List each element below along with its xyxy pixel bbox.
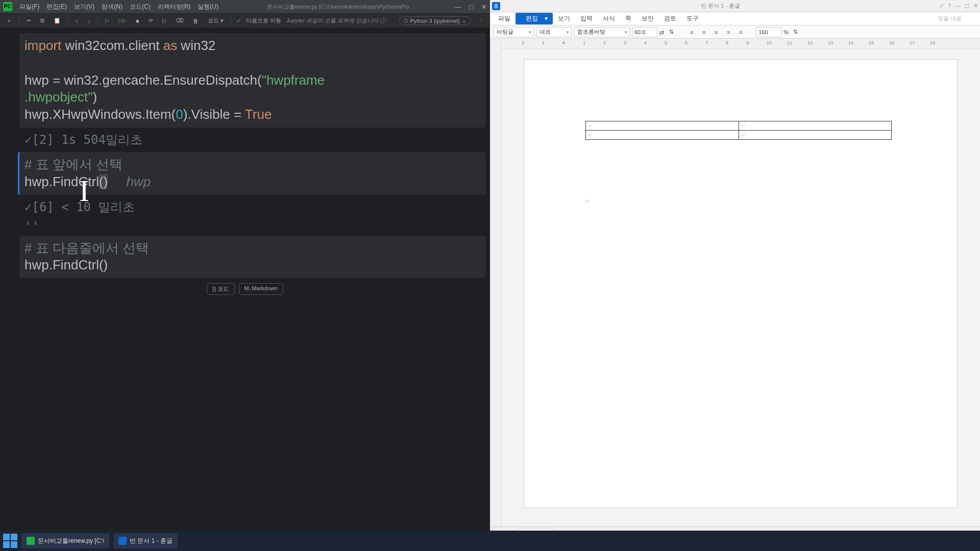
code-content[interactable]: # 표 앞에서 선택 hwp.FindCtrl() hwp	[24, 156, 481, 191]
hwp-menu-file[interactable]: 파일	[493, 13, 516, 24]
cell-type-dropdown[interactable]: 코드 ▾	[206, 16, 226, 26]
chevron-down-icon: ⌄	[462, 17, 467, 24]
add-cell-button[interactable]: ＋	[4, 16, 14, 26]
check-icon: ✓	[236, 17, 241, 24]
more-icon[interactable]: ⋮	[476, 16, 486, 25]
add-markdown-cell-button[interactable]: M↓Markdown	[239, 283, 283, 295]
menu-refactor[interactable]: 리팩터링(R)	[155, 2, 194, 12]
hwp-window-buttons: ⤢ ? — ◻ ✕	[939, 3, 978, 9]
maximize-icon[interactable]: ◻	[965, 3, 969, 9]
taskbar-label: 빈 문서 1 - 훈글	[130, 537, 173, 545]
document-page[interactable]: ↵↵ ↵↵ ↵	[524, 59, 958, 508]
taskbar-item-hwp[interactable]: 빈 문서 1 - 훈글	[113, 533, 178, 548]
hwp-menu-edit[interactable]: 편집 ▾	[516, 13, 553, 24]
align-left-icon[interactable]: ≡	[687, 27, 697, 37]
menu-view[interactable]: 보기(V)	[71, 2, 97, 12]
pycharm-taskbar-icon	[27, 537, 35, 545]
close-icon[interactable]: ✕	[973, 3, 978, 9]
hwp-menu-tools[interactable]: 도구	[681, 13, 704, 24]
hwp-menu-security[interactable]: 보안	[636, 13, 659, 24]
cell-output-2-value: ''	[24, 219, 486, 234]
vertical-ruler[interactable]	[490, 39, 501, 527]
zoom-input[interactable]: 160	[756, 27, 781, 37]
font-combo[interactable]: 함초롬바탕	[574, 27, 630, 37]
hwp-search-input[interactable]: 찾을 내용	[933, 13, 977, 24]
menu-file[interactable]: 파일(F)	[16, 2, 42, 12]
copy-icon[interactable]: ⧉	[38, 16, 46, 25]
code-content[interactable]: # 표 다음줄에서 선택 hwp.FindCtrl()	[24, 240, 481, 274]
style-combo[interactable]: 바탕글	[493, 27, 534, 37]
move-down-icon[interactable]: ↓	[86, 17, 93, 25]
pycharm-toolbar: ＋ ✂ ⧉ 📋 ↑ ↓ ▷ ▷▷ ■ ⟳ ▷̣ ⌫ 🗑 코드 ▾ ✓ 다음으로 …	[0, 14, 490, 28]
window-buttons: — ◻ ✕	[455, 3, 487, 11]
pycharm-window: PC 파일(F) 편집(E) 보기(V) 탐색(N) 코드(C) 리팩터링(R)…	[0, 0, 490, 551]
align-justify-icon[interactable]: ≡	[723, 27, 733, 37]
hwp-menu-review[interactable]: 검토	[659, 13, 681, 24]
minimize-icon[interactable]: —	[455, 3, 461, 11]
menu-run[interactable]: 실행(U)	[194, 2, 222, 12]
kernel-name: Python 3 (ipykernel)	[410, 18, 460, 24]
code-content[interactable]: import win32com.client as win32 hwp = wi…	[24, 37, 481, 123]
hwp-menu-format[interactable]: 서식	[598, 13, 620, 24]
pycharm-menubar: 파일(F) 편집(E) 보기(V) 탐색(N) 코드(C) 리팩터링(R) 실행…	[16, 2, 222, 12]
expand-icon[interactable]: ⤢	[939, 3, 944, 9]
restart-icon[interactable]: ⟳	[146, 16, 155, 25]
align-center-icon[interactable]: ≡	[699, 27, 709, 37]
menu-code[interactable]: 코드(C)	[127, 2, 154, 12]
help-icon[interactable]: ?	[948, 3, 951, 9]
code-cell-1[interactable]: import win32com.client as win32 hwp = wi…	[19, 33, 486, 128]
paste-icon[interactable]: 📋	[52, 16, 63, 25]
cell-output-2: ✓[6] < 10 밀리초	[19, 199, 486, 215]
para-combo[interactable]: 대표	[536, 27, 572, 37]
windows-taskbar: 문서비교툴renew.py [C:\ 빈 문서 1 - 훈글	[0, 531, 980, 551]
hwp-taskbar-icon	[118, 537, 127, 545]
code-cell-3[interactable]: # 표 다음줄에서 선택 hwp.FindCtrl()	[19, 236, 486, 279]
stop-icon[interactable]: ■	[134, 17, 141, 25]
paragraph-mark-icon: ↵	[585, 198, 590, 204]
cut-icon[interactable]: ✂	[24, 16, 33, 25]
start-button[interactable]	[3, 534, 17, 548]
hwp-format-toolbar: 바탕글 대표 함초롬바탕 60.0 pt ⇅ ≡ ≡ ≡ ≡ ≡ 160 % ⇅	[490, 26, 980, 39]
hwp-titlebar: 호 빈 문서 1 - 훈글 ⤢ ? — ◻ ✕	[490, 0, 980, 12]
run-all-icon[interactable]: ▷▷	[116, 16, 129, 25]
pycharm-logo-icon: PC	[3, 2, 12, 11]
zoom-spinner-icon[interactable]: ⇅	[791, 27, 801, 37]
kernel-selector[interactable]: Python 3 (ipykernel) ⌄	[399, 16, 471, 25]
menu-navigate[interactable]: 탐색(N)	[99, 2, 126, 12]
menu-edit[interactable]: 편집(E)	[43, 2, 70, 12]
table-row[interactable]: ↵↵	[586, 121, 892, 131]
align-distribute-icon[interactable]: ≡	[736, 27, 746, 37]
goto-next-label[interactable]: 다음으로 이동	[246, 17, 281, 24]
pycharm-titlebar: PC 파일(F) 편집(E) 보기(V) 탐색(N) 코드(C) 리팩터링(R)…	[0, 0, 490, 14]
hwp-logo-icon: 호	[492, 2, 500, 10]
align-right-icon[interactable]: ≡	[711, 27, 721, 37]
debug-icon[interactable]: ▷̣	[160, 16, 168, 25]
clear-icon[interactable]: ⌫	[174, 16, 186, 25]
close-icon[interactable]: ✕	[481, 3, 487, 11]
delete-icon[interactable]: 🗑	[191, 17, 201, 25]
horizontal-ruler[interactable]: 2 1 ▾ 1 2 3 4 5 6 7 8 9 10 11 12 13 14 1…	[501, 39, 980, 49]
maximize-icon[interactable]: ◻	[469, 3, 474, 11]
move-up-icon[interactable]: ↑	[74, 17, 81, 25]
taskbar-label: 문서비교툴renew.py [C:\	[38, 537, 104, 545]
table-row[interactable]: ↵↵	[586, 131, 892, 140]
hwp-menu-page[interactable]: 쪽	[620, 13, 636, 24]
taskbar-item-pycharm[interactable]: 문서비교툴renew.py [C:\	[21, 533, 109, 548]
run-cell-icon[interactable]: ▷	[103, 16, 111, 25]
document-table[interactable]: ↵↵ ↵↵	[585, 121, 892, 140]
notebook-editor[interactable]: ✓ import win32com.client as win32 hwp = …	[0, 28, 490, 551]
hwp-workspace: 2 1 ▾ 1 2 3 4 5 6 7 8 9 10 11 12 13 14 1…	[490, 39, 980, 527]
minimize-icon[interactable]: —	[955, 3, 961, 9]
hwp-menu-input[interactable]: 입력	[575, 13, 598, 24]
hwp-menu-view[interactable]: 보기	[553, 13, 575, 24]
zoom-unit: %	[783, 29, 789, 35]
code-cell-2[interactable]: # 표 앞에서 선택 hwp.FindCtrl() hwp	[19, 152, 486, 195]
add-cell-bar: {} 코드 M↓Markdown	[0, 283, 490, 295]
kernel-status-icon	[404, 19, 408, 23]
size-spinner-icon[interactable]: ⇅	[666, 27, 676, 37]
add-code-cell-button[interactable]: {} 코드	[207, 283, 234, 295]
page-scroll-area[interactable]: ↵↵ ↵↵ ↵	[501, 49, 980, 527]
window-title-path: 문서비교툴renew.py [C:\Users\Administrator\Py…	[222, 3, 455, 11]
hwp-window: 호 빈 문서 1 - 훈글 ⤢ ? — ◻ ✕ 파일 편집 ▾ 보기 입력 서식…	[490, 0, 980, 551]
font-size-input[interactable]: 60.0	[632, 27, 657, 37]
